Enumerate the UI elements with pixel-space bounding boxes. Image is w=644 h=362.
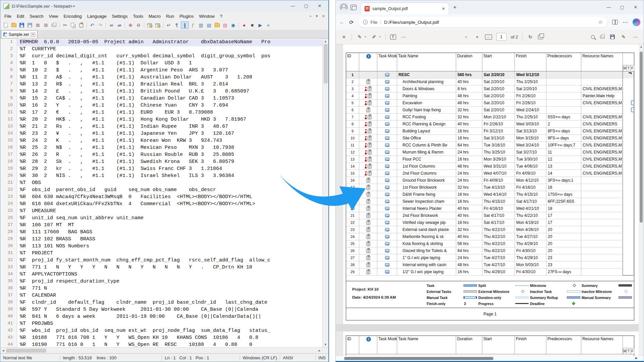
highlight-icon[interactable]: ✎ <box>356 33 363 41</box>
pdf-vertical-scrollbar[interactable]: ▲ <box>639 44 644 356</box>
find-icon[interactable]: ∞ <box>107 21 115 29</box>
save-icon[interactable] <box>610 35 615 39</box>
tab-close-icon[interactable]: ✕ <box>442 6 445 11</box>
indent-guide-icon[interactable]: ∥ <box>181 21 189 29</box>
new-tab-button[interactable]: + <box>453 4 457 11</box>
function-list-icon[interactable]: ƒ <box>189 21 197 29</box>
pdf-viewer[interactable]: IDiTask ModeTask NameDurationStartFinish… <box>336 44 644 356</box>
menu-macro[interactable]: Macro <box>146 12 163 20</box>
zoom-in-icon[interactable]: ⊕ <box>126 21 135 29</box>
macro-record-icon[interactable]: ● <box>240 21 248 29</box>
copy-icon[interactable] <box>69 21 77 29</box>
scroll-right-icon[interactable]: ► <box>317 348 328 353</box>
close-button[interactable]: ✕ <box>629 3 642 12</box>
close-icon[interactable]: ⊠ <box>34 21 42 29</box>
close-button[interactable]: ✕ <box>313 1 326 11</box>
split-screen-icon[interactable] <box>612 20 618 24</box>
more-options-icon[interactable]: ⋯ <box>632 33 639 41</box>
macro-run-icon[interactable]: » <box>264 21 272 29</box>
print-icon[interactable] <box>600 36 605 39</box>
pdf-horizontal-scrollbar[interactable]: ▶ <box>336 356 644 361</box>
close-tab-icon[interactable]: ✕ <box>322 14 325 18</box>
menu-edit[interactable]: Edit <box>14 12 27 20</box>
close-all-icon[interactable]: ⊠ <box>42 21 50 29</box>
add-text-icon[interactable]: T <box>390 35 396 40</box>
folder-as-workspace-icon[interactable] <box>213 21 221 29</box>
paste-icon[interactable] <box>77 21 85 29</box>
rotate-icon[interactable]: ↻ <box>527 33 534 41</box>
chevron-down-icon[interactable]: ˅ <box>379 35 381 39</box>
scroll-right-icon[interactable]: ▶ <box>635 356 638 360</box>
toc-icon[interactable]: ≡ <box>340 33 347 41</box>
doc-switcher-icon[interactable]: ◉ <box>229 21 237 29</box>
redo-icon[interactable]: ↷ <box>96 21 104 29</box>
scrollbar-thumb[interactable] <box>640 52 643 223</box>
draw-icon[interactable]: ✐ <box>371 33 377 41</box>
scroll-down-icon[interactable]: ▼ <box>324 342 327 347</box>
copilot-icon[interactable] <box>633 18 640 26</box>
scroll-left-icon[interactable]: ◄ <box>0 348 6 353</box>
menu-file[interactable]: File <box>2 12 14 20</box>
menu-settings[interactable]: Settings <box>109 12 130 20</box>
open-file-icon[interactable] <box>10 21 18 29</box>
zoom-in-icon[interactable]: + <box>474 33 481 41</box>
maximize-button[interactable]: ▢ <box>615 3 629 12</box>
undo-icon[interactable]: ↶ <box>88 21 96 29</box>
scroll-up-icon[interactable]: ▲ <box>324 39 327 44</box>
profile-avatar[interactable] <box>340 3 348 11</box>
maximize-button[interactable]: ▢ <box>300 1 313 11</box>
favorite-star-icon[interactable]: ☆ <box>598 19 603 25</box>
print-icon[interactable] <box>50 21 58 29</box>
settings-more-icon[interactable]: ⋯ <box>623 19 628 25</box>
workspaces-icon[interactable] <box>351 5 357 10</box>
menu-tools[interactable]: Tools <box>130 12 146 20</box>
scrollbar-thumb[interactable] <box>6 349 46 353</box>
save-as-icon[interactable]: ✎ <box>620 33 627 41</box>
menu-run[interactable]: Run <box>163 12 177 20</box>
tab-sample-output-pdf[interactable]: sample_Output.pdf ✕ <box>361 3 448 14</box>
menu-language[interactable]: Language <box>85 12 109 20</box>
back-icon[interactable]: ← <box>339 19 344 25</box>
menu-search[interactable]: Search <box>27 12 46 20</box>
monitoring-icon[interactable]: ▧ <box>221 21 229 29</box>
word-wrap-icon[interactable]: ↵ <box>165 21 173 29</box>
replace-icon[interactable]: ab <box>115 21 123 29</box>
minimize-button[interactable]: — <box>286 1 300 11</box>
document-list-icon[interactable]: ▤ <box>205 21 213 29</box>
macro-play-icon[interactable]: ▶ <box>256 21 264 29</box>
sync-horizontal-icon[interactable] <box>154 21 162 29</box>
save-icon[interactable] <box>18 21 26 29</box>
new-file-icon[interactable] <box>2 21 10 29</box>
refresh-icon[interactable]: ⟳ <box>349 19 354 25</box>
menu-encoding[interactable]: Encoding <box>61 12 85 20</box>
scrollbar-thumb[interactable] <box>344 357 493 360</box>
new-tab-icon[interactable]: + <box>309 14 311 18</box>
url-field[interactable]: i File | D:/Files/sample_Output.pdf ☆ <box>358 17 607 27</box>
menu-view[interactable]: View <box>46 12 61 20</box>
minimize-button[interactable]: — <box>602 3 615 12</box>
zoom-out-icon[interactable]: − <box>463 33 470 41</box>
menu-help[interactable]: ? <box>217 12 225 20</box>
page-view-icon[interactable] <box>538 35 543 39</box>
page-number-input[interactable]: 1 <box>496 33 506 41</box>
zoom-out-icon[interactable]: ⊖ <box>135 21 143 29</box>
document-map-icon[interactable]: ▥ <box>197 21 205 29</box>
tab-close-icon[interactable]: ✕ <box>31 33 36 37</box>
tab-sample-xer[interactable]: Sample.xer ✕ <box>1 30 38 38</box>
menu-window[interactable]: Window <box>197 12 217 20</box>
search-icon[interactable] <box>591 35 595 39</box>
show-all-characters-icon[interactable]: ¶ <box>173 21 181 29</box>
scrollbar-thumb[interactable] <box>324 44 328 83</box>
editor-horizontal-scrollbar[interactable]: ◄ ► <box>0 347 328 353</box>
menu-plugins[interactable]: Plugins <box>177 12 197 20</box>
cut-icon[interactable]: ✂ <box>61 21 69 29</box>
more-tools-icon[interactable]: ⋯ <box>400 33 407 41</box>
sync-vertical-icon[interactable] <box>146 21 154 29</box>
save-all-icon[interactable] <box>26 21 34 29</box>
chevron-down-icon[interactable]: ˅ <box>365 35 366 39</box>
scroll-up-icon[interactable]: ▲ <box>640 44 643 50</box>
notepadpp-titlebar[interactable]: D:\Files\Sample.xer - Notepad++ — ▢ ✕ <box>0 0 328 12</box>
fit-to-width-icon[interactable]: ↔ <box>485 35 492 40</box>
macro-stop-icon[interactable]: ■ <box>248 21 256 29</box>
tab-list-icon[interactable]: ▼ <box>315 14 319 18</box>
